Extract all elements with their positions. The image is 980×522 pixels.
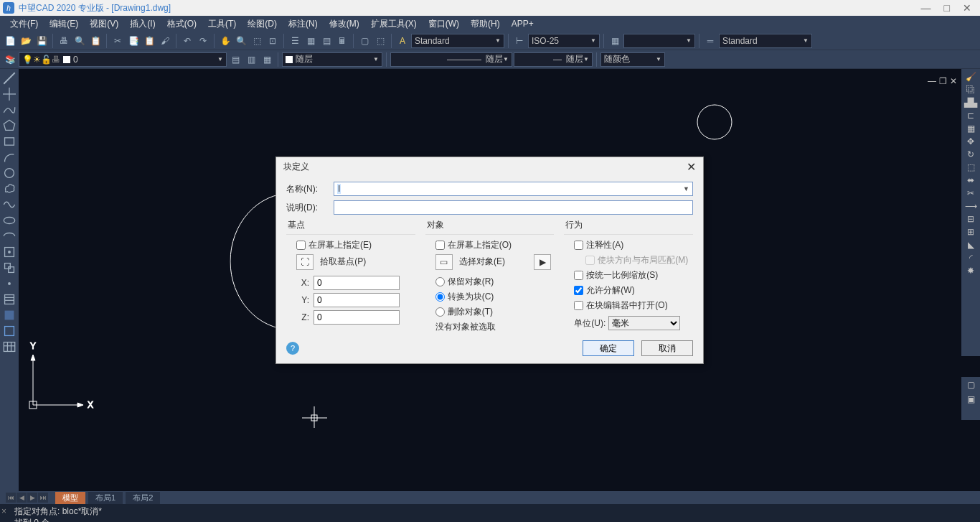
polygon-icon[interactable] (3, 119, 16, 132)
paste-icon[interactable]: 📋 (142, 34, 156, 48)
break-icon[interactable]: ⊟ (967, 214, 974, 224)
r2-icon2[interactable]: ▣ (967, 394, 975, 404)
menu-file[interactable]: 文件(F) (4, 17, 44, 32)
ellipse-icon[interactable] (3, 214, 16, 227)
menu-format[interactable]: 格式(O) (161, 17, 202, 32)
tab-last-icon[interactable]: ⏭ (38, 493, 48, 503)
erase-icon[interactable]: 🧹 (966, 72, 976, 82)
menu-ext[interactable]: 扩展工具(X) (365, 17, 423, 32)
desc-input[interactable] (334, 200, 693, 215)
quickselect-button[interactable]: ▶ (534, 254, 551, 270)
region-icon[interactable] (3, 325, 16, 337)
dc-icon[interactable]: ▦ (303, 34, 318, 48)
minimize-button[interactable]: — (921, 2, 931, 14)
mirror-icon[interactable]: ▟▙ (964, 98, 977, 108)
tablestyle-icon[interactable]: ▦ (608, 34, 622, 48)
join-icon[interactable]: ⊞ (967, 227, 974, 237)
zoomext-icon[interactable]: ⊡ (265, 34, 280, 48)
rotate-icon[interactable]: ↻ (967, 149, 974, 159)
circle-icon[interactable] (3, 167, 16, 180)
tab-first-icon[interactable]: ⏮ (6, 493, 16, 503)
x-input[interactable] (314, 276, 400, 290)
dimstyle-combo[interactable]: ISO-25▼ (528, 34, 600, 48)
menu-view[interactable]: 视图(V) (84, 17, 124, 32)
unit-select[interactable]: 毫米 (608, 316, 680, 330)
tab-layout2[interactable]: 布局2 (126, 492, 160, 504)
copy-icon[interactable]: 📑 (126, 34, 141, 48)
z-input[interactable] (314, 310, 400, 325)
maximize-button[interactable]: □ (944, 2, 950, 14)
textstyle-combo[interactable]: Standard▼ (411, 34, 504, 48)
tab-model[interactable]: 模型 (55, 492, 85, 504)
close-button[interactable]: ✕ (963, 2, 971, 14)
zoomwin-icon[interactable]: ⬚ (250, 34, 264, 48)
ok-button[interactable]: 确定 (583, 340, 634, 356)
publish-icon[interactable]: 📋 (88, 34, 103, 48)
line-icon[interactable] (3, 72, 16, 85)
color-combo[interactable]: 随层▼ (282, 52, 382, 67)
point-icon[interactable] (3, 277, 16, 290)
fillet-icon[interactable]: ◜ (969, 253, 973, 263)
dialog-close-button[interactable]: ✕ (687, 160, 696, 174)
linetype-combo[interactable]: ———— 随层▼ (390, 52, 512, 67)
block-icon[interactable] (3, 261, 16, 274)
undo-icon[interactable]: ↶ (180, 34, 194, 48)
menu-dim[interactable]: 标注(N) (283, 17, 324, 32)
cmd-close-icon[interactable]: × (1, 505, 6, 517)
cut-icon[interactable]: ✂ (110, 34, 125, 48)
pan-icon[interactable]: ✋ (218, 34, 232, 48)
mlstyle-combo[interactable]: Standard▼ (719, 34, 812, 48)
lineweight-combo[interactable]: — 随层▼ (514, 52, 593, 67)
retain-radio[interactable]: 保留对象(R) (435, 276, 552, 288)
tab-next-icon[interactable]: ▶ (27, 493, 37, 503)
pline-icon[interactable] (3, 103, 16, 116)
trim-icon[interactable]: ✂ (967, 188, 974, 198)
name-combo[interactable]: I ▼ (334, 182, 693, 196)
tool-icon[interactable]: ▤ (319, 34, 334, 48)
extend-icon[interactable]: ⟶ (965, 201, 977, 211)
hatch-icon[interactable] (3, 293, 16, 306)
print-icon[interactable]: 🖶 (57, 34, 71, 48)
array-icon[interactable]: ▦ (967, 123, 975, 134)
preview-icon[interactable]: 🔍 (72, 34, 87, 48)
obj-onscreen-checkbox[interactable]: 在屏幕上指定(O) (435, 239, 552, 251)
menu-edit[interactable]: 编辑(E) (44, 17, 84, 32)
new-icon[interactable]: 📄 (3, 34, 17, 48)
r2-icon1[interactable]: ▢ (967, 380, 975, 390)
pick-basepoint-button[interactable]: ⛶ (296, 254, 314, 270)
match-icon[interactable]: 🖌 (158, 34, 172, 48)
uniform-scale-checkbox[interactable]: 按统一比例缩放(S) (574, 269, 690, 281)
menu-insert[interactable]: 插入(I) (124, 17, 161, 32)
save-icon[interactable]: 💾 (34, 34, 49, 48)
ellipsearc-icon[interactable] (3, 230, 16, 243)
menu-draw[interactable]: 绘图(D) (242, 17, 283, 32)
base-onscreen-checkbox[interactable]: 在屏幕上指定(E) (296, 239, 413, 251)
calc-icon[interactable]: 🖩 (335, 34, 349, 48)
xline-icon[interactable] (3, 88, 16, 101)
menu-tools[interactable]: 工具(T) (202, 17, 242, 32)
gradient-icon[interactable] (3, 309, 16, 322)
arc-icon[interactable] (3, 151, 16, 164)
layermgr-icon[interactable]: ▤ (228, 52, 242, 67)
open-icon[interactable]: 📂 (19, 34, 33, 48)
zoom-icon[interactable]: 🔍 (234, 34, 248, 48)
insert-icon[interactable] (3, 246, 16, 258)
copy2-icon[interactable]: ⿻ (966, 85, 975, 95)
select-objects-button[interactable]: ▭ (435, 254, 453, 270)
convert-radio[interactable]: 转换为块(C) (435, 291, 552, 303)
explode-icon[interactable]: ✸ (967, 266, 974, 276)
revcloud-icon[interactable] (3, 182, 16, 195)
help-button[interactable]: ? (286, 342, 299, 355)
move-icon[interactable]: ✥ (967, 136, 974, 146)
dimstyle-icon[interactable]: ⊢ (512, 34, 527, 48)
redo-icon[interactable]: ↷ (196, 34, 210, 48)
block-icon[interactable]: ▢ (357, 34, 372, 48)
tab-prev-icon[interactable]: ◀ (17, 493, 27, 503)
open-editor-checkbox[interactable]: 在块编辑器中打开(O) (574, 299, 690, 312)
chamfer-icon[interactable]: ◣ (968, 240, 974, 250)
layer-combo[interactable]: 💡☀🔓🖶 0▼ (19, 52, 227, 67)
tablestyle-combo[interactable]: ▼ (623, 34, 695, 48)
rect-icon[interactable] (3, 135, 16, 148)
spline-icon[interactable] (3, 198, 16, 211)
cancel-button[interactable]: 取消 (641, 340, 693, 356)
